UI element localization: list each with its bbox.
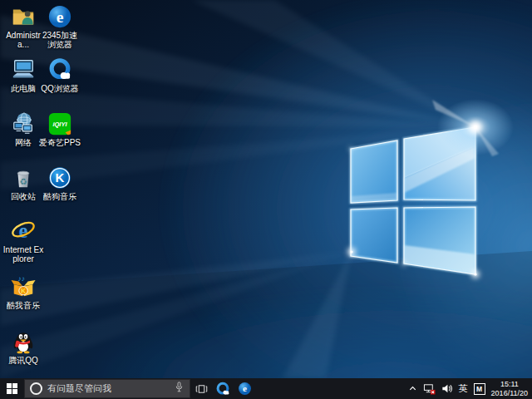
language-indicator[interactable]: 英 bbox=[459, 382, 468, 395]
svg-text:K: K bbox=[56, 170, 65, 185]
taskbar: 有问题尽管问我 bbox=[0, 378, 532, 399]
taskbar-clock[interactable]: 15:11 2016/11/20 bbox=[491, 380, 528, 397]
clock-date: 2016/11/20 bbox=[491, 389, 528, 398]
2345-browser-icon: e bbox=[47, 4, 72, 29]
desktop-icon-label: QQ浏览器 bbox=[38, 84, 81, 93]
svg-text:K: K bbox=[21, 287, 26, 295]
start-button[interactable] bbox=[0, 378, 24, 399]
search-placeholder: 有问题尽管问我 bbox=[47, 382, 169, 395]
svg-text:♻: ♻ bbox=[19, 177, 27, 186]
task-view-icon bbox=[195, 383, 208, 395]
svg-text:e: e bbox=[57, 7, 64, 26]
tray-expand-button[interactable] bbox=[408, 384, 417, 393]
svg-text:iQIYI: iQIYI bbox=[52, 121, 67, 128]
2345-browser-icon: e bbox=[238, 382, 252, 396]
chevron-up-icon bbox=[408, 384, 417, 393]
qq-browser-icon bbox=[47, 57, 72, 82]
qq-browser-icon bbox=[215, 382, 230, 397]
desktop-icon-label: 2345加速浏览器 bbox=[38, 31, 81, 49]
desktop-icon-internet-explorer[interactable]: e Internet Explorer bbox=[2, 219, 45, 264]
desktop-icon-label: 爱奇艺PPS bbox=[38, 138, 81, 147]
speaker-icon bbox=[441, 383, 453, 394]
kuwo-icon: ♪♪ K bbox=[11, 274, 36, 299]
desktop-icon-iqiyi-pps[interactable]: iQIYI 爱奇艺PPS bbox=[38, 111, 81, 147]
desktop-icon-kugou-music[interactable]: K 酷狗音乐 bbox=[38, 165, 81, 201]
microphone-icon[interactable] bbox=[174, 381, 185, 397]
desktop-icon-label: 腾讯QQ bbox=[2, 356, 45, 365]
cortana-search-box[interactable]: 有问题尽管问我 bbox=[24, 379, 190, 398]
qq-penguin-icon bbox=[11, 329, 36, 354]
svg-text:♪♪: ♪♪ bbox=[17, 274, 24, 283]
desktop-icon-label: Internet Explorer bbox=[2, 245, 45, 264]
tray-volume[interactable] bbox=[441, 383, 453, 394]
tray-network-status[interactable] bbox=[423, 382, 436, 395]
network-globe-icon bbox=[11, 111, 36, 136]
user-folder-icon bbox=[11, 4, 36, 29]
desktop-icon-label: 酷我音乐 bbox=[2, 301, 45, 310]
iqiyi-icon: iQIYI bbox=[47, 111, 72, 136]
windows-logo-icon bbox=[7, 383, 17, 394]
desktop[interactable]: Administra... e 2345加速浏览器 bbox=[0, 0, 532, 399]
clock-time: 15:11 bbox=[491, 380, 528, 389]
kugou-icon: K bbox=[47, 165, 72, 190]
computer-icon bbox=[11, 57, 36, 82]
taskbar-qq-browser-button[interactable] bbox=[212, 378, 234, 399]
recycle-bin-icon: ♻ bbox=[11, 165, 36, 190]
network-disconnected-icon bbox=[423, 382, 436, 395]
cortana-icon bbox=[30, 382, 42, 395]
desktop-icon-tencent-qq[interactable]: 腾讯QQ bbox=[2, 329, 45, 365]
internet-explorer-icon: e bbox=[11, 219, 36, 244]
task-view-button[interactable] bbox=[190, 378, 212, 399]
taskbar-2345-browser-button[interactable]: e bbox=[234, 378, 255, 399]
system-tray: 英 M 15:11 2016/11/20 bbox=[408, 380, 532, 397]
svg-text:e: e bbox=[243, 383, 247, 393]
ime-mode-indicator[interactable]: M bbox=[474, 383, 485, 395]
desktop-icon-2345-browser[interactable]: e 2345加速浏览器 bbox=[38, 4, 81, 49]
desktop-icon-kuwo-music[interactable]: ♪♪ K 酷我音乐 bbox=[2, 274, 45, 310]
desktop-icon-qq-browser[interactable]: QQ浏览器 bbox=[38, 57, 81, 93]
desktop-icon-label: 酷狗音乐 bbox=[38, 192, 81, 201]
